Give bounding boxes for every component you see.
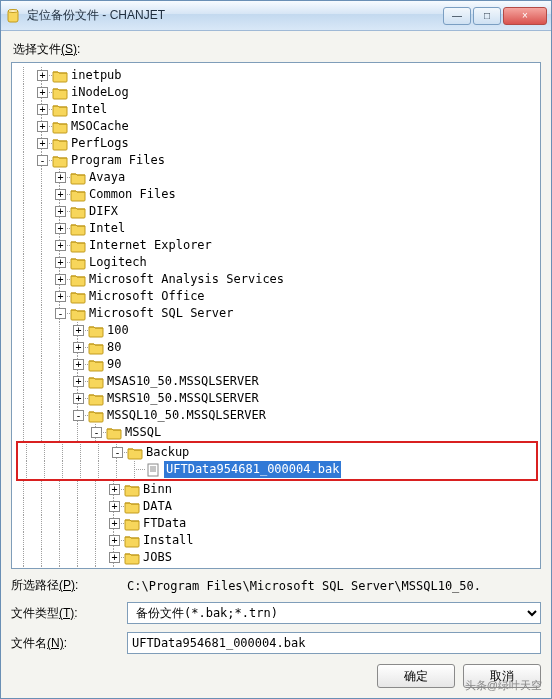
expand-toggle[interactable]: + [73,325,84,336]
folder-icon [124,517,140,531]
tree-node-label: 100 [107,322,129,339]
tree-node[interactable]: +Logitech [16,254,538,271]
tree-node[interactable]: +80 [16,339,538,356]
tree-node[interactable]: +Intel [16,101,538,118]
expand-toggle[interactable]: - [55,308,66,319]
expand-toggle[interactable]: - [37,155,48,166]
tree-node-label: Microsoft Office [89,288,205,305]
file-type-label: 文件类型(T): [11,605,121,622]
tree-node[interactable]: -Program Files [16,152,538,169]
tree-node-label: Microsoft SQL Server [89,305,234,322]
expand-toggle[interactable]: + [55,274,66,285]
expand-toggle[interactable]: + [73,393,84,404]
tree-node[interactable]: +DATA [16,498,538,515]
folder-icon [106,426,122,440]
tree-node[interactable]: +FTData [16,515,538,532]
tree-node[interactable]: +MSRS10_50.MSSQLSERVER [16,390,538,407]
expand-toggle[interactable]: + [109,501,120,512]
expand-toggle[interactable]: + [73,359,84,370]
expand-toggle[interactable]: + [109,552,120,563]
path-label: 所选路径(P): [11,577,121,594]
tree-node[interactable]: +Avaya [16,169,538,186]
tree-node[interactable]: +Install [16,532,538,549]
expand-toggle[interactable]: + [55,223,66,234]
expand-toggle[interactable]: + [73,376,84,387]
tree-node[interactable]: +MSOCache [16,118,538,135]
tree-node[interactable]: +inetpub [16,67,538,84]
select-file-text: 选择文件 [13,42,61,56]
tree-node[interactable]: +Microsoft Analysis Services [16,271,538,288]
tree-node[interactable]: +Binn [16,481,538,498]
close-button[interactable]: × [503,7,547,25]
folder-icon [70,307,86,321]
file-tree[interactable]: +inetpub+iNodeLog+Intel+MSOCache+PerfLog… [12,63,540,568]
tree-node-label: MSRS10_50.MSSQLSERVER [107,390,259,407]
bottom-form: 所选路径(P): C:\Program Files\Microsoft SQL … [11,577,541,654]
expand-toggle[interactable]: + [55,257,66,268]
file-type-select[interactable]: 备份文件(*.bak;*.trn) [127,602,541,624]
tree-node[interactable]: +Internet Explorer [16,237,538,254]
tree-node[interactable]: +100 [16,322,538,339]
tree-node-label: UFTData954681_000004.bak [164,461,341,478]
folder-icon [52,103,68,117]
expand-toggle[interactable]: + [73,342,84,353]
folder-icon [52,69,68,83]
expand-toggle[interactable]: + [37,87,48,98]
expand-toggle[interactable]: - [112,447,123,458]
tree-node[interactable]: -MSSQL10_50.MSSQLSERVER [16,407,538,424]
dialog-window: 定位备份文件 - CHANJET — □ × 选择文件(S): +inetpub… [0,0,552,699]
tree-node-label: DATA [143,498,172,515]
tree-node[interactable]: UFTData954681_000004.bak [19,461,535,478]
tree-node-label: MSAS10_50.MSSQLSERVER [107,373,259,390]
folder-icon [70,188,86,202]
tree-node[interactable]: -Backup [19,444,535,461]
folder-icon [88,341,104,355]
minimize-button[interactable]: — [443,7,471,25]
expand-toggle[interactable]: + [55,291,66,302]
tree-node-label: Install [143,532,194,549]
expand-toggle[interactable]: - [91,427,102,438]
path-value: C:\Program Files\Microsoft SQL Server\MS… [127,579,541,593]
maximize-button[interactable]: □ [473,7,501,25]
svg-rect-2 [148,464,158,476]
tree-node-label: DIFX [89,203,118,220]
tree-node[interactable]: +Common Files [16,186,538,203]
tree-node[interactable]: +PerfLogs [16,135,538,152]
tree-node[interactable]: +Microsoft Office [16,288,538,305]
expand-toggle[interactable]: + [37,138,48,149]
tree-node[interactable]: +iNodeLog [16,84,538,101]
tree-node[interactable]: +90 [16,356,538,373]
file-name-input[interactable] [127,632,541,654]
tree-node[interactable]: -MSSQL [16,424,538,441]
expand-toggle[interactable]: + [55,206,66,217]
tree-node-label: MSSQL10_50.MSSQLSERVER [107,407,266,424]
expand-toggle[interactable]: + [37,70,48,81]
tree-node[interactable]: +Intel [16,220,538,237]
folder-icon [52,120,68,134]
tree-node[interactable]: -Microsoft SQL Server [16,305,538,322]
expand-toggle[interactable]: + [37,104,48,115]
select-file-label: 选择文件(S): [13,41,539,58]
expand-toggle[interactable]: + [109,484,120,495]
tree-node-label: MSOCache [71,118,129,135]
titlebar[interactable]: 定位备份文件 - CHANJET — □ × [1,1,551,31]
folder-icon [70,290,86,304]
tree-node[interactable]: +MSAS10_50.MSSQLSERVER [16,373,538,390]
tree-node-label: 80 [107,339,121,356]
expand-toggle[interactable]: + [55,240,66,251]
expand-toggle[interactable]: - [73,410,84,421]
tree-node-label: Intel [71,101,107,118]
folder-icon [52,154,68,168]
folder-icon [52,137,68,151]
ok-button[interactable]: 确定 [377,664,455,688]
expand-toggle[interactable]: + [109,535,120,546]
expand-toggle[interactable]: + [109,518,120,529]
expand-toggle[interactable]: + [55,189,66,200]
tree-node[interactable]: +JOBS [16,549,538,566]
tree-node[interactable]: +DIFX [16,203,538,220]
tree-node-label: Logitech [89,254,147,271]
tree-container: +inetpub+iNodeLog+Intel+MSOCache+PerfLog… [11,62,541,569]
expand-toggle[interactable]: + [55,172,66,183]
expand-toggle[interactable]: + [37,121,48,132]
tree-node[interactable]: +Log [16,566,538,568]
